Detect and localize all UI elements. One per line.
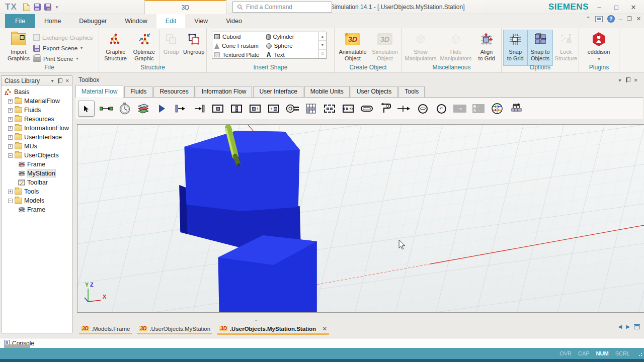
shape-text[interactable]: AText — [266, 50, 318, 59]
save-icon[interactable] — [34, 4, 41, 11]
console-tab-stub[interactable] — [4, 344, 30, 348]
import-graphics-button[interactable]: ❒ ImportGraphics — [4, 30, 33, 65]
tab-view[interactable]: View — [185, 14, 217, 28]
expand-icon[interactable]: + — [8, 99, 13, 104]
customize-toolbar-icon[interactable]: ▾ — [56, 5, 58, 10]
toolbox-pin-icon[interactable] — [626, 77, 629, 82]
minimize-button[interactable]: – — [591, 0, 608, 14]
tree-item-materialflow[interactable]: +MaterialFlow — [2, 97, 72, 106]
toolbox-tab-resources[interactable]: Resources — [153, 86, 194, 97]
tab-close-icon[interactable]: ✕ — [322, 325, 327, 332]
tree-item-models-frame[interactable]: Frame — [2, 205, 72, 214]
tree-item-resources[interactable]: +Resources — [2, 115, 72, 124]
toolbox-tab-user-interface[interactable]: User Interface — [253, 86, 303, 97]
tool-interface[interactable] — [155, 101, 169, 116]
tool-store[interactable] — [304, 101, 318, 116]
tool-production-control[interactable] — [509, 101, 523, 116]
toolbox-tab-information-flow[interactable]: Information Flow — [196, 86, 253, 97]
tree-item-models[interactable]: −Models — [2, 196, 72, 205]
save-as-icon[interactable] — [44, 4, 51, 11]
tree-item-basis[interactable]: Basis — [2, 87, 72, 97]
tree-item-fluids[interactable]: +Fluids — [2, 106, 72, 115]
tool-select[interactable] — [78, 101, 95, 117]
expand-icon[interactable]: + — [8, 126, 13, 131]
mdi-restore-icon[interactable]: ❐ — [627, 16, 632, 22]
tree-item-mystation[interactable]: MyStation — [2, 169, 72, 178]
window-list-icon[interactable] — [634, 324, 640, 329]
tool-dismantle-station[interactable]: ↕ — [267, 101, 281, 116]
tool-angular-converter[interactable] — [397, 101, 411, 116]
maximize-button[interactable]: □ — [608, 0, 625, 14]
screen-layout-icon[interactable] — [595, 16, 603, 22]
panel-close-icon[interactable]: ✕ — [65, 78, 69, 83]
tab-file[interactable]: File — [5, 14, 35, 28]
tool-connector[interactable] — [99, 101, 113, 116]
3d-viewport[interactable]: Y Z X — [77, 124, 644, 313]
titlebar-3d-tab[interactable]: 3D — [144, 0, 226, 14]
tool-track[interactable] — [378, 101, 392, 116]
tab-debugger[interactable]: Debugger — [70, 14, 116, 28]
close-button[interactable]: ✕ — [625, 0, 642, 14]
collapse-icon[interactable]: − — [8, 199, 13, 203]
expand-icon[interactable]: + — [8, 144, 13, 149]
tab-window[interactable]: Window — [116, 14, 156, 28]
expand-icon[interactable]: + — [8, 108, 13, 113]
optimize-graphic-button[interactable]: OptimizeGraphic — [130, 30, 158, 65]
tool-turntable[interactable] — [416, 101, 430, 116]
gallery-scroll-down-icon[interactable]: ▼ — [319, 41, 326, 49]
help-icon[interactable]: ? — [607, 15, 615, 23]
tool-parallel-station[interactable] — [229, 101, 244, 116]
toolbox-tab-material-flow[interactable]: Material Flow — [75, 85, 123, 98]
command-search-box[interactable] — [232, 2, 332, 13]
export-scene-button[interactable]: Export Scene▾ — [33, 43, 93, 53]
tree-item-informationflow[interactable]: +InformationFlow — [2, 124, 72, 133]
toolbox-menu-icon[interactable]: ▾ — [619, 77, 621, 83]
tree-item-toolbar[interactable]: Toolbar — [2, 178, 72, 187]
tool-frame[interactable] — [136, 101, 150, 116]
toolbox-tab-user-objects[interactable]: User Objects — [351, 86, 397, 97]
tool-flow-control[interactable] — [490, 101, 504, 116]
tool-source[interactable] — [174, 101, 188, 116]
tool-drain[interactable] — [192, 101, 206, 116]
ungroup-button[interactable]: Ungroup — [181, 30, 206, 65]
pin-icon[interactable] — [58, 78, 61, 83]
expand-icon[interactable]: + — [8, 117, 13, 122]
doc-tab-models-frame[interactable]: 3D .Models.Frame — [78, 324, 133, 334]
tool-transfer[interactable]: ⇢ — [453, 101, 467, 116]
tree-item-tools[interactable]: +Tools — [2, 187, 72, 196]
expand-icon[interactable]: + — [8, 190, 13, 194]
tool-event-controller[interactable] — [118, 101, 132, 116]
edddison-button[interactable]: edddison ▾ — [581, 30, 616, 65]
toolbox-tab-mobile-units[interactable]: Mobile Units — [304, 86, 350, 97]
tab-home[interactable]: Home — [35, 14, 70, 28]
collapse-ribbon-icon[interactable]: ⌃ — [586, 16, 591, 22]
tree-item-userinterface[interactable]: +UserInterface — [2, 133, 72, 142]
toolbox-tab-fluids[interactable]: Fluids — [124, 86, 152, 97]
toolbox-close-icon[interactable]: ✕ — [634, 77, 638, 83]
shape-cylinder[interactable]: Cylinder — [266, 32, 318, 41]
mdi-minimize-icon[interactable]: – — [619, 16, 622, 22]
tool-station[interactable] — [211, 101, 225, 116]
shape-sphere[interactable]: Sphere — [266, 41, 318, 50]
expand-icon[interactable]: + — [8, 135, 13, 140]
tool-turnplate[interactable]: ↶ — [434, 101, 448, 116]
tree-item-frame[interactable]: Frame — [2, 160, 72, 169]
snap-to-objects-button[interactable]: Snap toObjects — [528, 30, 552, 65]
shape-textured-plate[interactable]: Textured Plate — [214, 50, 266, 59]
shape-cone-frustum[interactable]: Cone Frustum — [214, 41, 266, 50]
tool-line[interactable] — [360, 101, 374, 116]
tool-exit-control[interactable]: B ←A → — [471, 101, 486, 116]
tab-video[interactable]: Video — [217, 14, 251, 28]
mdi-close-icon[interactable]: ✕ — [636, 16, 641, 22]
search-input[interactable] — [246, 4, 332, 11]
print-scene-button[interactable]: Print Scene▾ — [33, 54, 93, 63]
align-to-grid-button[interactable]: Alignto Grid — [473, 30, 500, 65]
new-model-icon[interactable] — [23, 3, 30, 11]
resize-grip[interactable] — [637, 351, 642, 356]
tree-item-mus[interactable]: +MUs — [2, 142, 72, 151]
tree-item-userobjects[interactable]: −UserObjects — [2, 151, 72, 160]
snap-to-grid-button[interactable]: Snapto Grid — [504, 30, 527, 65]
tool-pick-and-place[interactable] — [285, 101, 299, 116]
tool-sorter[interactable]: ⟲ — [341, 101, 355, 116]
doc-tab-mystation-station[interactable]: 3D .UserObjects.MyStation.Station ✕ — [216, 323, 330, 335]
